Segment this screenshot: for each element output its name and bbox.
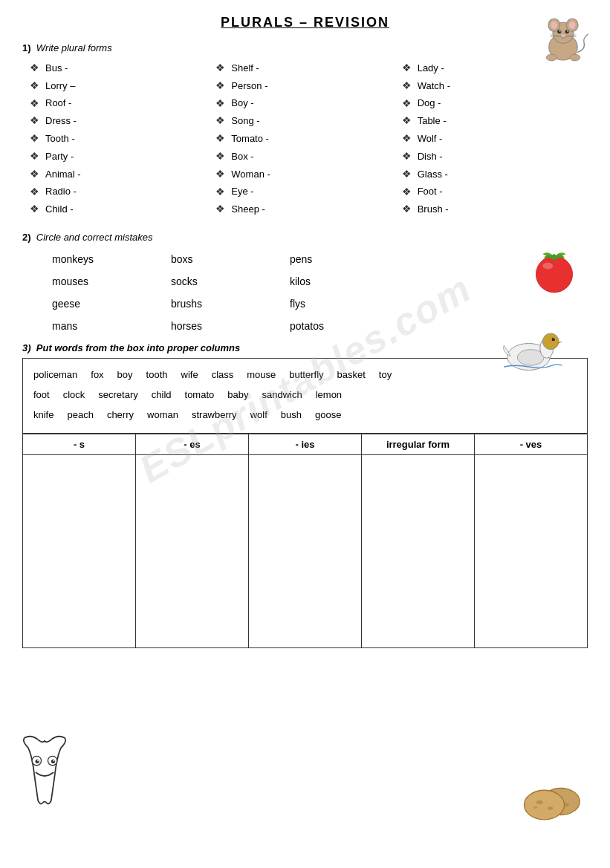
svg-point-25: [554, 338, 554, 339]
column-cell: [475, 455, 588, 648]
mistakes-grid: monkeysboxspensmousessockskilosgeesebrus…: [52, 253, 588, 332]
word-box-item: peach: [67, 406, 93, 425]
svg-point-28: [36, 760, 39, 763]
plural-item: ❖Dress -: [30, 112, 215, 130]
word-box-item: basket: [337, 366, 366, 385]
section2-label: 2) Circle and correct mistakes: [22, 232, 588, 243]
plural-grid: ❖Bus -❖Lorry –❖Roof -❖Dress -❖Tooth -❖Pa…: [30, 59, 588, 218]
plural-item: ❖Roof -: [30, 95, 215, 113]
word-box-row: footclocksecretarychildtomatobabysandwic…: [33, 386, 577, 405]
svg-point-37: [548, 806, 553, 810]
plural-item: ❖Tomato -: [215, 130, 401, 148]
svg-point-29: [51, 760, 55, 763]
potatoes-illustration: [521, 771, 588, 823]
word-box-item: boy: [117, 366, 133, 385]
plural-item: ❖Watch -: [402, 77, 588, 95]
word-box-item: child: [152, 386, 172, 405]
section3: 3) Put words from the box into proper co…: [22, 342, 588, 648]
svg-point-9: [567, 30, 568, 32]
svg-point-36: [536, 800, 543, 804]
mistake-word: pens: [290, 253, 409, 265]
svg-point-30: [37, 760, 39, 761]
bullet-icon: ❖: [30, 166, 39, 183]
word-box-item: bush: [281, 406, 302, 425]
plural-item: ❖Woman -: [215, 166, 401, 183]
plural-item: ❖Eye -: [215, 183, 401, 201]
column-header: - es: [136, 434, 249, 455]
plural-item: ❖Brush -: [402, 200, 588, 218]
word-box-item: butterfly: [289, 366, 323, 385]
bullet-icon: ❖: [215, 77, 225, 95]
column-header: - s: [23, 434, 136, 455]
svg-point-8: [559, 30, 561, 32]
bullet-icon: ❖: [215, 130, 225, 148]
word-box-item: fox: [91, 366, 103, 385]
word-box-item: wife: [181, 366, 198, 385]
word-box-item: strawberry: [192, 406, 237, 425]
mistake-word: kilos: [290, 275, 409, 287]
plural-item: ❖Boy -: [215, 95, 401, 113]
bullet-icon: ❖: [215, 59, 225, 77]
svg-point-24: [552, 338, 556, 342]
column-cell: [249, 455, 362, 648]
plural-item: ❖Wolf -: [402, 130, 588, 148]
word-box-row: knifepeachcherrywomanstrawberrywolfbushg…: [33, 406, 577, 425]
bullet-icon: ❖: [30, 112, 39, 130]
plural-item: ❖Song -: [215, 112, 401, 130]
svg-point-35: [525, 790, 565, 820]
bullet-icon: ❖: [30, 183, 39, 201]
column-cell: [23, 455, 136, 648]
word-box-item: clock: [63, 386, 85, 405]
word-box-item: goose: [315, 406, 341, 425]
plural-item: ❖Lorry –: [30, 77, 215, 95]
column-header: irregular form: [362, 434, 475, 455]
svg-point-21: [517, 350, 544, 366]
mistake-word: monkeys: [52, 253, 171, 265]
word-box-item: toy: [379, 366, 392, 385]
mistake-word: mans: [52, 320, 171, 332]
svg-point-10: [561, 33, 566, 37]
mistake-word: flys: [290, 298, 409, 310]
plural-item: ❖Shelf -: [215, 59, 401, 77]
word-box-item: baby: [227, 386, 248, 405]
column-cell: [362, 455, 475, 648]
mistake-word: boxs: [171, 253, 290, 265]
svg-point-6: [557, 30, 561, 33]
svg-point-15: [546, 54, 557, 61]
svg-point-3: [551, 22, 557, 30]
page-title: PLURALS – REVISION: [22, 15, 588, 30]
word-box-row: policemanfoxboytoothwifeclassmousebutter…: [33, 366, 577, 385]
mistake-word: potatos: [290, 320, 409, 332]
word-box-item: knife: [33, 406, 53, 425]
bullet-icon: ❖: [402, 95, 412, 113]
plural-item: ❖Glass -: [402, 166, 588, 183]
svg-point-17: [536, 256, 573, 293]
word-box-item: wolf: [250, 406, 267, 425]
mouse-illustration: [537, 13, 589, 65]
svg-point-16: [570, 54, 580, 61]
plural-item: ❖Radio -: [30, 183, 215, 201]
plural-item: ❖Bus -: [30, 59, 215, 77]
bullet-icon: ❖: [215, 183, 225, 201]
plural-item: ❖Dog -: [402, 95, 588, 113]
plural-item: ❖Animal -: [30, 166, 215, 183]
svg-point-7: [565, 30, 569, 33]
plural-item: ❖Foot -: [402, 183, 588, 201]
plural-item: ❖Box -: [215, 148, 401, 166]
bullet-icon: ❖: [215, 148, 225, 166]
svg-point-5: [569, 22, 576, 30]
bullet-icon: ❖: [215, 95, 225, 113]
section1: 1) Write plural forms ❖Bus -❖Lorry –❖Roo…: [22, 42, 588, 218]
duck-illustration: [499, 327, 565, 371]
svg-point-31: [53, 760, 54, 761]
bullet-icon: ❖: [402, 183, 412, 201]
section1-label: 1) Write plural forms: [22, 42, 588, 53]
bullet-icon: ❖: [30, 148, 39, 166]
plural-item: ❖Party -: [30, 148, 215, 166]
mistake-word: mouses: [52, 275, 171, 287]
bullet-icon: ❖: [30, 95, 39, 113]
column-cell: [136, 455, 249, 648]
tooth-illustration: [15, 734, 74, 809]
bullet-icon: ❖: [30, 130, 39, 148]
word-box-item: class: [212, 366, 234, 385]
